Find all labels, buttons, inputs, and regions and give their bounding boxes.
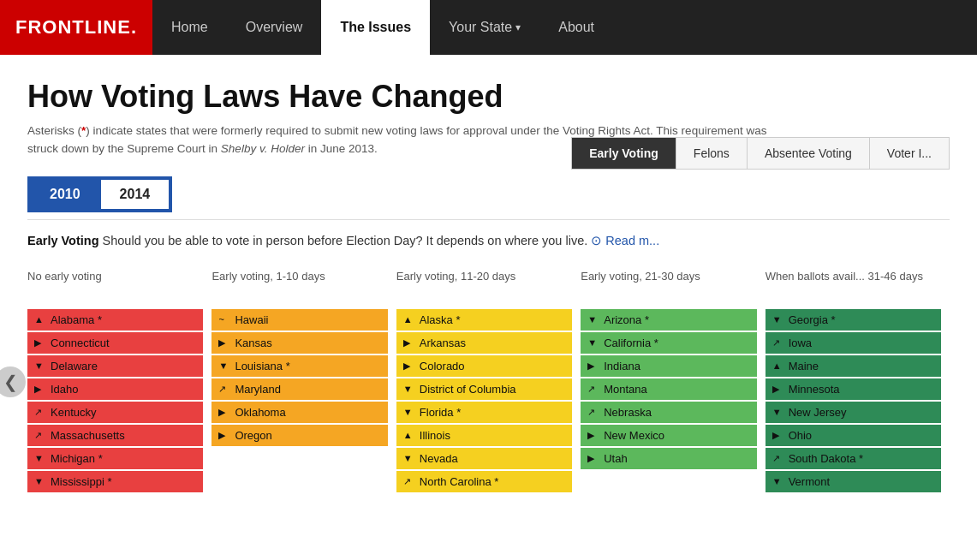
state-name: Utah — [604, 452, 627, 465]
state-icon: ▼ — [34, 453, 46, 463]
state-icon: ▼ — [34, 476, 46, 486]
nav-item-about[interactable]: About — [539, 0, 613, 55]
column-no-early: No early voting ▲ Alabama * ▶ Connecticu… — [27, 270, 211, 494]
state-name: Kansas — [235, 337, 271, 349]
category-tab-voter-id[interactable]: Voter I... — [870, 138, 949, 169]
list-item: ↗ Montana — [581, 378, 756, 400]
columns-wrapper: ❮ No early voting ▲ Alabama * ▶ Connecti… — [27, 270, 950, 494]
description-row: Early Voting Should you be able to vote … — [27, 219, 950, 251]
state-icon: ▼ — [587, 337, 599, 348]
state-icon: ↗ — [34, 407, 46, 418]
list-item: ↗ Maryland — [211, 378, 387, 400]
list-item: ↗ Nebraska — [581, 402, 756, 423]
category-tabs: Early Voting Felons Absentee Voting Vote… — [571, 137, 950, 170]
state-name: Oregon — [235, 429, 271, 442]
nav-item-overview[interactable]: Overview — [227, 0, 322, 55]
state-icon: ▲ — [403, 430, 415, 440]
column-when-ballots: When ballots avail... 31-46 days ▼ Georg… — [766, 270, 950, 494]
state-name: Arkansas — [420, 337, 466, 349]
state-name: Kentucky — [51, 406, 96, 419]
list-item: ▼ Vermont — [766, 471, 941, 492]
list-item: ~ Hawaii — [211, 309, 387, 331]
category-tab-absentee[interactable]: Absentee Voting — [748, 138, 870, 169]
state-icon: ↗ — [403, 476, 415, 487]
list-item: ▶ Minnesota — [766, 378, 941, 400]
state-name: Delaware — [51, 360, 98, 372]
nav-links: Home Overview The Issues Your State Abou… — [152, 0, 613, 55]
state-name: Georgia * — [789, 313, 836, 326]
list-item: ▶ Oregon — [211, 425, 387, 446]
state-name: California * — [604, 337, 658, 349]
asterisk-star: * — [81, 124, 86, 137]
column-early-11-20: Early voting, 11-20 days ▲ Alaska * ▶ Ar… — [396, 270, 581, 494]
state-icon: ↗ — [218, 384, 230, 395]
list-item: ▼ Florida * — [396, 402, 572, 423]
nav-item-your-state[interactable]: Your State — [430, 0, 539, 55]
state-icon: ▶ — [772, 384, 784, 395]
year-tab-2010[interactable]: 2010 — [29, 178, 101, 211]
nav-bar: FRONTLINE. Home Overview The Issues Your… — [0, 0, 977, 55]
list-item: ▶ Ohio — [766, 425, 941, 446]
state-name: Indiana — [604, 360, 640, 372]
state-icon: ▼ — [403, 453, 415, 463]
list-item: ▼ California * — [581, 332, 756, 354]
state-icon: ▶ — [218, 407, 230, 418]
state-name: Oklahoma — [235, 406, 285, 419]
state-name: North Carolina * — [420, 475, 499, 488]
list-item: ▲ Alabama * — [27, 309, 203, 331]
state-icon: ▼ — [403, 384, 415, 394]
state-icon: ▶ — [587, 453, 599, 464]
state-name: Massachusetts — [51, 429, 125, 442]
state-name: District of Columbia — [420, 383, 516, 396]
state-name: Mississippi * — [51, 475, 112, 488]
list-item: ↗ Kentucky — [27, 402, 203, 423]
state-icon: ▼ — [34, 360, 46, 371]
state-name: Illinois — [420, 429, 450, 442]
state-icon: ▶ — [772, 430, 784, 441]
state-icon: ▼ — [403, 407, 415, 417]
category-tab-early-voting[interactable]: Early Voting — [572, 138, 676, 169]
state-name: New Jersey — [789, 406, 847, 419]
state-name: Hawaii — [235, 313, 268, 326]
state-icon: ▶ — [403, 360, 415, 372]
list-item: ▼ Michigan * — [27, 448, 203, 469]
column-early-1-10: Early voting, 1-10 days ~ Hawaii ▶ Kansa… — [211, 270, 396, 448]
state-name: Florida * — [420, 406, 461, 419]
list-item: ▶ Connecticut — [27, 332, 203, 354]
column-header-no-early: No early voting — [27, 270, 203, 301]
nav-item-home[interactable]: Home — [152, 0, 227, 55]
column-header-early-21-30: Early voting, 21-30 days — [581, 270, 756, 301]
list-item: ▶ Idaho — [27, 378, 203, 400]
nav-item-the-issues[interactable]: The Issues — [321, 0, 430, 55]
nav-logo[interactable]: FRONTLINE. — [0, 0, 152, 55]
state-name: New Mexico — [604, 429, 664, 442]
state-name: Alaska * — [420, 313, 461, 326]
read-more-link[interactable]: ⊙ Read m... — [591, 234, 659, 247]
category-tab-felons[interactable]: Felons — [676, 138, 748, 169]
state-icon: ▼ — [218, 360, 230, 371]
list-item: ▼ Delaware — [27, 355, 203, 377]
list-item: ↗ North Carolina * — [396, 471, 572, 492]
state-icon: ▼ — [772, 407, 784, 417]
list-item: ▼ Arizona * — [581, 309, 756, 331]
list-item: ▼ Nevada — [396, 448, 572, 469]
state-icon: ↗ — [772, 337, 784, 349]
state-icon: ▲ — [772, 360, 784, 371]
main-content: How Voting Laws Have Changed Asterisks (… — [0, 55, 977, 511]
page-title: How Voting Laws Have Changed — [27, 79, 950, 114]
list-item: ↗ South Dakota * — [766, 448, 941, 469]
list-item: ▶ Arkansas — [396, 332, 572, 354]
state-icon: ↗ — [772, 453, 784, 464]
year-tab-2014[interactable]: 2014 — [101, 178, 171, 211]
description-text: Should you be able to vote in person bef… — [103, 234, 588, 247]
state-name: Louisiana * — [235, 360, 289, 372]
back-arrow[interactable]: ❮ — [0, 366, 26, 397]
list-item: ↗ Massachusetts — [27, 425, 203, 446]
list-item: ▲ Maine — [766, 355, 941, 377]
state-icon: ▶ — [218, 430, 230, 441]
state-name: Colorado — [420, 360, 465, 372]
state-icon: ▶ — [587, 360, 599, 372]
list-item: ▶ New Mexico — [581, 425, 756, 446]
state-name: Montana — [604, 383, 647, 396]
list-item: ▼ District of Columbia — [396, 378, 572, 400]
